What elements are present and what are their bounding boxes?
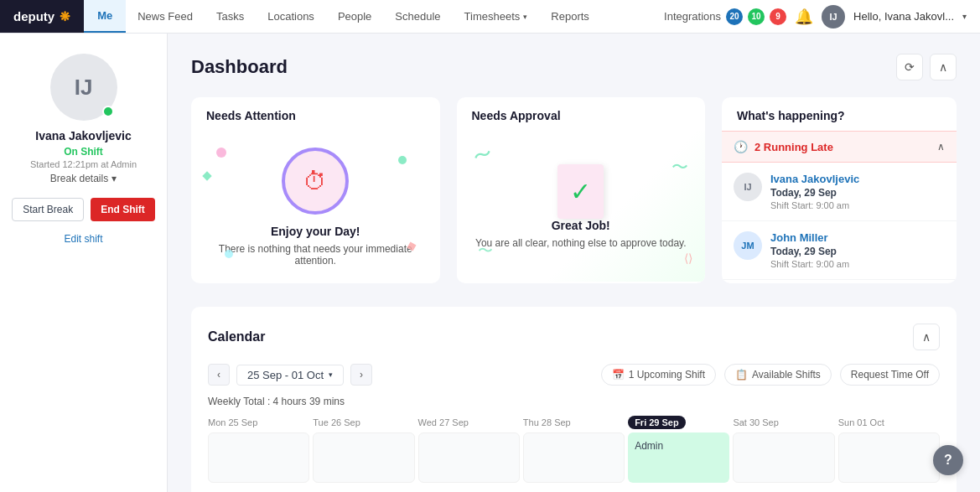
person-name-jm[interactable]: John Miller: [770, 231, 849, 244]
nav-avatar: IJ: [822, 5, 845, 28]
dashboard-sections-row: Needs Attention ⏱ Enjoy your Day! There …: [191, 97, 957, 283]
needs-approval-bold: Great Job!: [552, 219, 610, 232]
nav-item-schedule[interactable]: Schedule: [383, 0, 452, 33]
cal-day-header-mon: Mon 25 Sep: [208, 417, 309, 427]
person-shift-jm: Shift Start: 9:00 am: [770, 259, 849, 269]
needs-attention-card: Needs Attention ⏱ Enjoy your Day! There …: [191, 97, 440, 283]
shift-started-text: Started 12:21pm at Admin: [30, 159, 137, 169]
calendar-toolbar: ‹ 25 Sep - 01 Oct ▾ › 📅 1 Upcoming Shift: [208, 364, 940, 386]
start-break-button[interactable]: Start Break: [12, 198, 84, 221]
admin-label: Admin: [635, 440, 663, 452]
calendar-next-button[interactable]: ›: [350, 364, 372, 386]
cal-day-cell-thu: [523, 432, 625, 483]
logo-text: deputy: [13, 9, 54, 23]
running-late-header[interactable]: 🕐 2 Running Late ∧: [722, 131, 957, 163]
integrations-badge-green: 10: [748, 8, 765, 25]
cal-day-cell-sun: [838, 432, 940, 483]
chevron-left-icon: ‹: [217, 369, 220, 381]
person-shift-ij: Shift Start: 9:00 am: [770, 200, 859, 210]
needs-approval-body: You are all clear, nothing else to appro…: [475, 237, 687, 249]
logo[interactable]: deputy ❋: [0, 0, 84, 33]
dashboard-header: Dashboard ⟳ ∧: [191, 54, 957, 80]
integrations-button[interactable]: Integrations 20 10 9: [664, 8, 786, 25]
nav-item-newsfeed[interactable]: News Feed: [126, 0, 205, 33]
cal-day-cell-mon: [208, 432, 309, 483]
notifications-bell-icon[interactable]: 🔔: [795, 8, 813, 26]
chevron-right-icon: ›: [360, 369, 363, 381]
page-title: Dashboard: [191, 56, 288, 78]
refresh-button[interactable]: ⟳: [896, 54, 923, 80]
integrations-badge-red: 9: [770, 8, 786, 25]
person-info-ij: Ivana Jakovljevic Today, 29 Sep Shift St…: [770, 173, 859, 210]
needs-attention-bold: Enjoy your Day!: [271, 225, 360, 238]
cal-day-cell-fri: Admin: [628, 432, 729, 483]
available-shifts-button[interactable]: 📋 Available Shifts: [724, 364, 832, 386]
nav-hello-text: Hello, Ivana Jakovl...: [853, 10, 954, 23]
upcoming-shift-button[interactable]: 📅 1 Upcoming Shift: [601, 364, 716, 386]
nav-item-locations[interactable]: Locations: [256, 0, 326, 33]
running-late-section: 🕐 2 Running Late ∧ IJ Ivana Jakovljevic …: [722, 131, 957, 280]
shift-actions: Start Break End Shift: [12, 198, 155, 221]
date-range-chevron-icon: ▾: [329, 370, 333, 379]
cal-day-header-sat: Sat 30 Sep: [733, 417, 834, 427]
help-icon: ?: [944, 453, 952, 468]
end-shift-button[interactable]: End Shift: [91, 198, 155, 221]
integrations-badge-blue: 20: [726, 8, 743, 25]
sidebar: IJ Ivana Jakovljevic On Shift Started 12…: [0, 34, 168, 492]
nav-item-tasks[interactable]: Tasks: [205, 0, 256, 33]
nav-item-timesheets[interactable]: Timesheets ▾: [453, 0, 540, 33]
logo-symbol: ❋: [60, 9, 70, 24]
avatar: IJ: [50, 54, 117, 121]
main-content: Dashboard ⟳ ∧ Needs Attention: [168, 34, 980, 492]
edit-shift-link[interactable]: Edit shift: [64, 233, 102, 245]
nav-user-chevron-icon[interactable]: ▾: [962, 12, 967, 21]
weekly-total: Weekly Total : 4 hours 39 mins: [208, 396, 940, 407]
cal-day-header-thu: Thu 28 Sep: [523, 417, 625, 427]
calendar-nav: ‹ 25 Sep - 01 Oct ▾ ›: [208, 364, 372, 386]
needs-attention-body: There is nothing that needs your immedia…: [208, 243, 423, 267]
timesheets-chevron-icon: ▾: [523, 13, 527, 21]
person-row: IJ Ivana Jakovljevic Today, 29 Sep Shift…: [722, 163, 957, 221]
cal-day-cell-sat: [733, 432, 834, 483]
needs-approval-title: Needs Approval: [457, 97, 706, 131]
cal-day-wed: Wed 27 Sep: [418, 417, 520, 483]
cal-day-header-fri: Fri 29 Sep: [628, 417, 729, 427]
cal-day-sat: Sat 30 Sep: [733, 417, 834, 483]
cal-day-header-wed: Wed 27 Sep: [418, 417, 520, 427]
top-nav: deputy ❋ Me News Feed Tasks Locations Pe…: [0, 0, 980, 34]
request-time-off-button[interactable]: Request Time Off: [840, 364, 940, 386]
person-row: JM John Miller Today, 29 Sep Shift Start…: [722, 221, 957, 280]
header-actions: ⟳ ∧: [896, 54, 957, 80]
running-late-count: 2 Running Late: [754, 141, 931, 153]
approval-document-icon: ✓: [557, 164, 604, 219]
collapse-icon: ∧: [939, 60, 947, 74]
collapse-button[interactable]: ∧: [930, 54, 957, 80]
clock-illustration: ⏱: [282, 148, 349, 215]
person-avatar-ij: IJ: [734, 173, 762, 201]
whats-happening-title: What's happening?: [737, 109, 845, 122]
needs-approval-illustration: 〜 〜 〜 ⟨⟩ − ✓ Great Job! You are all clea…: [457, 131, 706, 282]
clock-icon: 🕐: [734, 140, 748, 153]
person-name-ij[interactable]: Ivana Jakovljevic: [770, 173, 859, 185]
needs-attention-illustration: ⏱ Enjoy your Day! There is nothing that …: [191, 131, 440, 283]
cal-day-tue: Tue 26 Sep: [313, 417, 414, 483]
help-button[interactable]: ?: [933, 445, 963, 475]
calendar-collapse-icon: ∧: [922, 330, 931, 344]
break-details-chevron-icon: ▾: [111, 173, 117, 184]
nav-item-people[interactable]: People: [326, 0, 383, 33]
calendar-date-range[interactable]: 25 Sep - 01 Oct ▾: [236, 365, 344, 386]
cal-day-thu: Thu 28 Sep: [523, 417, 625, 483]
nav-item-me[interactable]: Me: [84, 0, 126, 33]
nav-item-reports[interactable]: Reports: [539, 0, 601, 33]
running-late-chevron-icon: ∧: [937, 141, 945, 153]
person-date-jm: Today, 29 Sep: [770, 246, 849, 257]
calendar-prev-button[interactable]: ‹: [208, 364, 230, 386]
whats-happening-header: What's happening?: [722, 97, 957, 131]
user-name: Ivana Jakovljevic: [35, 129, 131, 142]
break-details-link[interactable]: Break details ▾: [50, 173, 117, 184]
user-status: On Shift: [64, 146, 103, 158]
available-shifts-icon: 📋: [735, 369, 748, 381]
cal-day-header-tue: Tue 26 Sep: [313, 417, 414, 427]
calendar-collapse-button[interactable]: ∧: [913, 324, 940, 350]
whats-happening-card: What's happening? 🕐 2 Running Late ∧ IJ: [722, 97, 957, 283]
